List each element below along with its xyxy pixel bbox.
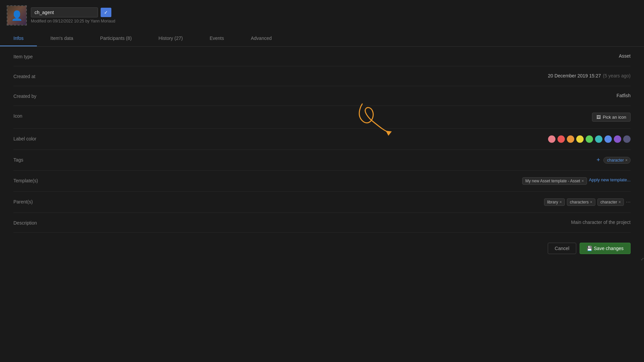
- swatch-green[interactable]: [586, 135, 593, 143]
- parent-characters-text: characters: [570, 200, 589, 204]
- icon-value: 🖼 Pick an icon: [80, 113, 631, 122]
- subtitle: Modified on 09/12/2022 10:25 by Yann Mor…: [31, 19, 115, 23]
- created-by-value: Fatfish: [80, 93, 631, 98]
- created-at-row: Created at 20 December 2019 15:27 (5 yea…: [13, 66, 631, 86]
- tag-chip-character: character ×: [603, 157, 631, 164]
- save-button[interactable]: 💾 Save changes: [580, 243, 631, 254]
- parent-chip-library: library ×: [544, 198, 565, 206]
- pick-icon-label: Pick an icon: [603, 115, 626, 120]
- description-right: Main character of the project ⤢: [80, 220, 631, 225]
- created-by-name: Fatfish: [616, 93, 631, 98]
- apply-template-button[interactable]: Apply new template...: [589, 177, 631, 182]
- title-input[interactable]: [31, 7, 98, 17]
- label-color-row: Label color: [13, 129, 631, 150]
- parent-chip-characters: characters ×: [567, 198, 595, 206]
- tab-infos[interactable]: Infos: [0, 31, 37, 46]
- parent-more-button[interactable]: ⋯: [626, 199, 631, 205]
- swatch-purple[interactable]: [614, 135, 621, 143]
- cancel-button[interactable]: Cancel: [548, 243, 577, 254]
- swatch-teal[interactable]: [595, 135, 602, 143]
- template-chip: My new Asset template - Asset ×: [522, 177, 587, 185]
- tag-remove-character[interactable]: ×: [625, 158, 628, 162]
- avatar: [7, 5, 27, 25]
- tabs: Infos Item's data Participants (8) Histo…: [0, 31, 644, 47]
- tab-advanced[interactable]: Advanced: [237, 31, 285, 46]
- header: ✓ Modified on 09/12/2022 10:25 by Yann M…: [0, 0, 644, 28]
- parents-row: Parent(s) library × characters × charact…: [13, 192, 631, 213]
- icon-label: Icon: [13, 113, 80, 119]
- label-color-value: [80, 135, 631, 143]
- swatch-dark-blue[interactable]: [623, 135, 631, 143]
- tab-history[interactable]: History (27): [145, 31, 196, 46]
- expand-icon: ⤢: [641, 257, 644, 261]
- parents-value: library × characters × character × ⋯: [80, 198, 631, 206]
- tags-label: Tags: [13, 157, 80, 163]
- label-color-label: Label color: [13, 135, 80, 141]
- tags-row: Tags + character ×: [13, 150, 631, 171]
- swatch-pink[interactable]: [548, 135, 555, 143]
- templates-label: Template(s): [13, 177, 80, 183]
- tab-items-data[interactable]: Item's data: [37, 31, 87, 46]
- item-type-label: Item type: [13, 53, 80, 59]
- parent-chips: library × characters × character × ⋯: [544, 198, 631, 206]
- created-by-label: Created by: [13, 93, 80, 99]
- footer-actions: Cancel 💾 Save changes: [13, 233, 631, 264]
- templates-row: Template(s) My new Asset template - Asse…: [13, 171, 631, 192]
- description-row: Description Main character of the projec…: [13, 213, 631, 233]
- parent-library-remove[interactable]: ×: [559, 200, 562, 204]
- item-type-value: Asset: [80, 53, 631, 59]
- created-at-value: 20 December 2019 15:27 (5 years ago): [80, 73, 631, 78]
- main-content: Item type Asset Created at 20 December 2…: [0, 47, 644, 264]
- swatch-red[interactable]: [557, 135, 565, 143]
- color-swatches: [548, 135, 631, 143]
- header-title-area: ✓ Modified on 09/12/2022 10:25 by Yann M…: [31, 7, 115, 23]
- templates-value: My new Asset template - Asset × Apply ne…: [80, 177, 631, 185]
- created-by-row: Created by Fatfish: [13, 86, 631, 106]
- description-label: Description: [13, 220, 80, 226]
- parent-library-text: library: [547, 200, 558, 204]
- item-type-row: Item type Asset: [13, 47, 631, 66]
- add-tag-button[interactable]: +: [595, 157, 601, 164]
- icon-row: Icon 🖼 Pick an icon: [13, 106, 631, 129]
- parent-characters-remove[interactable]: ×: [590, 200, 592, 204]
- parent-character-text: character: [600, 200, 617, 204]
- created-at-label: Created at: [13, 73, 80, 79]
- parent-character-remove[interactable]: ×: [619, 200, 621, 204]
- swatch-yellow[interactable]: [576, 135, 584, 143]
- parents-label: Parent(s): [13, 198, 80, 204]
- swatch-blue[interactable]: [604, 135, 612, 143]
- tags-value: + character ×: [80, 157, 631, 164]
- tab-participants[interactable]: Participants (8): [87, 31, 145, 46]
- pick-icon-button[interactable]: 🖼 Pick an icon: [592, 113, 631, 122]
- created-at-date: 20 December 2019 15:27: [548, 73, 601, 78]
- time-ago: (5 years ago): [603, 73, 631, 78]
- pick-icon-icon: 🖼: [596, 115, 601, 120]
- tags-area: + character ×: [595, 157, 631, 164]
- title-confirm-button[interactable]: ✓: [101, 8, 111, 17]
- tab-events[interactable]: Events: [196, 31, 237, 46]
- template-remove-button[interactable]: ×: [582, 179, 584, 183]
- parent-chip-character: character ×: [597, 198, 624, 206]
- description-text: Main character of the project: [571, 220, 631, 225]
- swatch-orange[interactable]: [567, 135, 574, 143]
- tag-text: character: [607, 158, 624, 163]
- template-text: My new Asset template - Asset: [525, 179, 580, 183]
